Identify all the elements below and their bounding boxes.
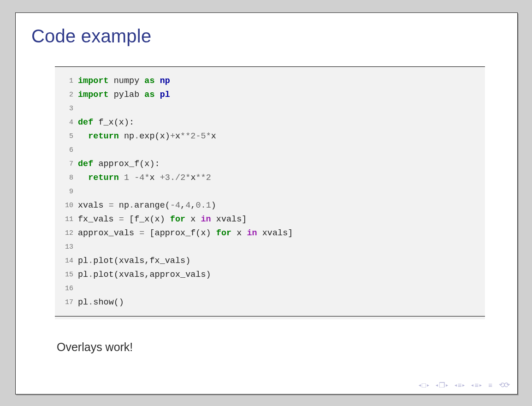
- code-line: 5 return np.exp(x)+x**2-5*x: [55, 130, 485, 143]
- code-line: 2import pylab as pl: [55, 88, 485, 102]
- line-number: 8: [55, 171, 78, 185]
- line-number: 14: [55, 254, 78, 268]
- line-number: 17: [55, 296, 78, 310]
- code-line: 10xvals = np.arange(-4,4,0.1): [55, 199, 485, 213]
- line-number: 3: [55, 102, 78, 116]
- code-block: 1import numpy as np 2import pylab as pl …: [55, 66, 485, 319]
- code-lines: 1import numpy as np 2import pylab as pl …: [55, 74, 485, 310]
- line-number: 7: [55, 157, 78, 171]
- nav-refresh-icon[interactable]: ⟲⟳: [499, 381, 509, 389]
- code-line: 17pl.show(): [55, 296, 485, 310]
- nav-prev-section[interactable]: ◂≡▸: [455, 381, 465, 389]
- code-line: 8 return 1 -4*x +3./2*x**2: [55, 171, 485, 185]
- line-number: 9: [55, 185, 78, 199]
- line-number: 4: [55, 116, 78, 130]
- line-number: 1: [55, 74, 78, 88]
- code-line: 4def f_x(x):: [55, 116, 485, 130]
- line-number: 15: [55, 268, 78, 282]
- code-line: 3: [55, 102, 485, 116]
- nav-prev-frame[interactable]: ◂□▸: [419, 381, 429, 389]
- line-number: 16: [55, 282, 78, 296]
- code-line: 15pl.plot(xvals,approx_vals): [55, 268, 485, 282]
- line-number: 6: [55, 143, 78, 157]
- nav-prev-subsection[interactable]: ◂≡▸: [471, 381, 482, 389]
- beamer-nav-bar: ◂□▸ ◂❐▸ ◂≡▸ ◂≡▸ ≡ ⟲⟳: [419, 381, 509, 389]
- code-line: 11fx_vals = [f_x(x) for x in xvals]: [55, 213, 485, 227]
- code-line: 14pl.plot(xvals,fx_vals): [55, 254, 485, 268]
- code-line: 6: [55, 143, 485, 157]
- nav-goto-icon[interactable]: ≡: [488, 381, 492, 389]
- code-line: 16: [55, 282, 485, 296]
- line-number: 5: [55, 130, 78, 143]
- slide-title: Code example: [31, 26, 151, 47]
- line-number: 2: [55, 88, 78, 102]
- slide: Code example 1import numpy as np 2import…: [15, 12, 518, 394]
- line-number: 13: [55, 240, 78, 254]
- line-number: 11: [55, 213, 78, 227]
- code-line: 13: [55, 240, 485, 254]
- line-number: 10: [55, 199, 78, 213]
- caption: Overlays work!: [57, 340, 133, 354]
- code-line: 1import numpy as np: [55, 74, 485, 88]
- code-line: 9: [55, 185, 485, 199]
- nav-prev-slide[interactable]: ◂❐▸: [436, 381, 448, 389]
- line-number: 12: [55, 227, 78, 240]
- code-line: 12approx_vals = [approx_f(x) for x in xv…: [55, 227, 485, 240]
- code-line: 7def approx_f(x):: [55, 157, 485, 171]
